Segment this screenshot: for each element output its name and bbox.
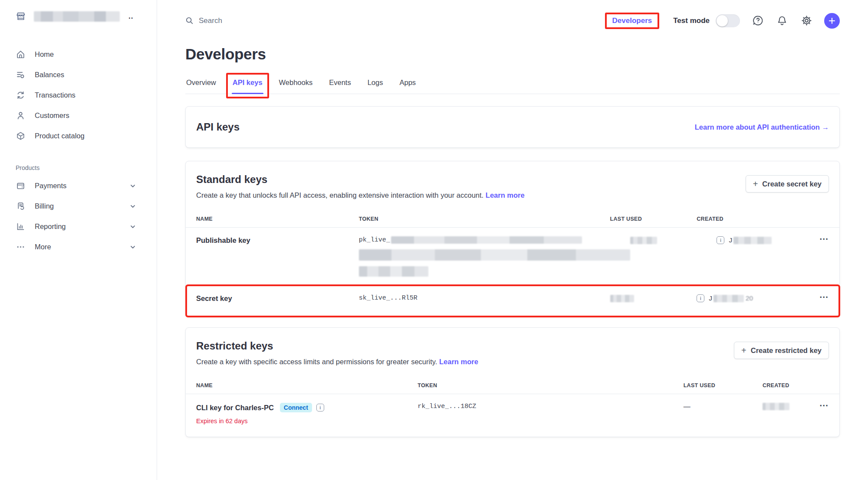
token-redacted xyxy=(359,249,630,261)
row-overflow-menu[interactable]: ⋯ xyxy=(805,236,829,242)
sidebar-item-label: Balances xyxy=(35,71,64,79)
notifications-bell-icon[interactable] xyxy=(776,14,789,27)
storefront-icon xyxy=(16,11,26,22)
standard-keys-header: Standard keys Create a key that unlocks … xyxy=(186,161,839,206)
sidebar-section-products: Products xyxy=(16,164,157,171)
settings-gear-icon[interactable] xyxy=(800,14,813,27)
help-icon[interactable] xyxy=(751,14,764,27)
account-name-ellipsis: .. xyxy=(128,12,133,21)
account-name-redacted xyxy=(34,11,120,22)
billing-icon xyxy=(16,202,25,211)
app-root: .. Home Balances xyxy=(0,0,868,480)
annotation-box-developers: Developers xyxy=(605,13,660,29)
col-token: TOKEN xyxy=(359,216,610,222)
key-name: Publishable key xyxy=(196,236,359,245)
sidebar-item-reporting[interactable]: Reporting xyxy=(16,216,157,237)
info-icon: i xyxy=(717,236,724,244)
create-secret-key-label: Create secret key xyxy=(762,180,822,188)
sidebar-item-label: Transactions xyxy=(35,91,76,99)
sidebar-item-label: Reporting xyxy=(35,222,66,231)
standard-keys-description: Create a key that unlocks full API acces… xyxy=(196,191,483,199)
connect-badge: Connect xyxy=(280,403,312,412)
key-token[interactable]: sk_live_...Rl5R xyxy=(359,294,610,302)
test-mode-toggle[interactable] xyxy=(716,14,740,27)
restricted-keys-header: Restricted keys Create a key with specif… xyxy=(186,328,839,372)
key-name: CLI key for Charles-PC xyxy=(196,404,274,412)
token-redacted xyxy=(359,266,428,277)
sidebar-item-balances[interactable]: Balances xyxy=(16,65,157,85)
tab-webhooks[interactable]: Webhooks xyxy=(278,76,314,94)
table-row-cli-key: CLI key for Charles-PC Connect i Expires… xyxy=(186,394,839,437)
tab-events[interactable]: Events xyxy=(328,76,352,94)
last-used-redacted xyxy=(630,237,657,244)
created-fragment: J xyxy=(729,236,732,244)
tab-bar: Overview API keys Webhooks Events Logs A… xyxy=(185,76,840,94)
home-icon xyxy=(16,50,25,59)
account-switcher[interactable]: .. xyxy=(16,11,157,22)
more-icon xyxy=(16,242,25,252)
main-area: Search Developers Test mode xyxy=(157,0,868,480)
create-restricted-key-button[interactable]: + Create restricted key xyxy=(734,342,829,359)
developers-link[interactable]: Developers xyxy=(612,16,652,25)
key-token[interactable]: rk_live_...18CZ xyxy=(418,403,683,410)
table-row-publishable-key: Publishable key pk_live_ i J ⋯ xyxy=(186,228,839,285)
row-overflow-menu[interactable]: ⋯ xyxy=(805,294,829,300)
sidebar-item-payments[interactable]: Payments xyxy=(16,176,157,196)
key-name: Secret key xyxy=(196,294,359,303)
plus-icon: + xyxy=(753,180,758,188)
create-secret-key-button[interactable]: + Create secret key xyxy=(746,175,829,193)
chevron-down-icon xyxy=(130,244,136,250)
info-icon: i xyxy=(316,404,324,411)
content: Developers Overview API keys Webhooks Ev… xyxy=(157,41,868,437)
tab-api-keys[interactable]: API keys xyxy=(232,76,263,94)
api-keys-card-title: API keys xyxy=(196,121,240,133)
table-row-secret-key: Secret key sk_live_...Rl5R i J 20 ⋯ xyxy=(186,285,839,316)
page-title: Developers xyxy=(185,46,840,63)
sidebar-item-customers[interactable]: Customers xyxy=(16,105,157,126)
chevron-down-icon xyxy=(130,203,136,209)
sidebar-item-label: More xyxy=(35,243,51,251)
created-redacted xyxy=(763,403,789,410)
key-created xyxy=(763,403,805,410)
standard-keys-title: Standard keys xyxy=(196,173,525,186)
key-created: i J xyxy=(717,236,805,244)
restricted-keys-learn-more-link[interactable]: Learn more xyxy=(439,358,478,366)
expires-warning: Expires in 62 days xyxy=(196,418,418,424)
sidebar-item-transactions[interactable]: Transactions xyxy=(16,85,157,105)
col-created: CREATED xyxy=(763,382,805,389)
topbar-right: Developers Test mode xyxy=(605,13,840,29)
learn-more-api-auth-link[interactable]: Learn more about API authentication → xyxy=(695,123,829,131)
restricted-keys-table-header: NAME TOKEN LAST USED CREATED xyxy=(186,372,839,394)
balances-icon xyxy=(16,70,25,80)
sidebar-item-billing[interactable]: Billing xyxy=(16,196,157,216)
created-fragment: J xyxy=(709,294,712,302)
add-plus-button[interactable] xyxy=(824,13,840,29)
sidebar-item-label: Customers xyxy=(35,111,69,120)
tab-overview[interactable]: Overview xyxy=(185,76,217,94)
sidebar-item-home[interactable]: Home xyxy=(16,44,157,65)
col-name: NAME xyxy=(196,216,359,222)
key-token[interactable]: pk_live_ xyxy=(359,236,630,277)
col-created: CREATED xyxy=(697,216,805,222)
api-keys-card: API keys Learn more about API authentica… xyxy=(185,106,840,148)
chevron-down-icon xyxy=(130,183,136,189)
key-last-used xyxy=(610,294,697,302)
sidebar-item-product-catalog[interactable]: Product catalog xyxy=(16,126,157,146)
search-input[interactable]: Search xyxy=(185,16,222,25)
restricted-keys-title: Restricted keys xyxy=(196,340,478,352)
tab-logs[interactable]: Logs xyxy=(367,76,384,94)
key-name-cell: CLI key for Charles-PC Connect i Expires… xyxy=(196,403,418,424)
test-mode-label: Test mode xyxy=(673,16,710,25)
standard-keys-learn-more-link[interactable]: Learn more xyxy=(486,191,525,199)
col-name: NAME xyxy=(196,382,418,389)
row-overflow-menu[interactable]: ⋯ xyxy=(805,403,829,408)
col-token: TOKEN xyxy=(418,382,683,389)
transactions-icon xyxy=(16,91,25,100)
sidebar-item-more[interactable]: More xyxy=(16,237,157,257)
token-prefix: pk_live_ xyxy=(359,236,390,244)
tab-apps[interactable]: Apps xyxy=(398,76,417,94)
standard-keys-card: Standard keys Create a key that unlocks … xyxy=(185,161,840,316)
topbar: Search Developers Test mode xyxy=(157,0,868,41)
info-icon: i xyxy=(697,294,704,302)
restricted-keys-description: Create a key with specific access limits… xyxy=(196,358,437,366)
